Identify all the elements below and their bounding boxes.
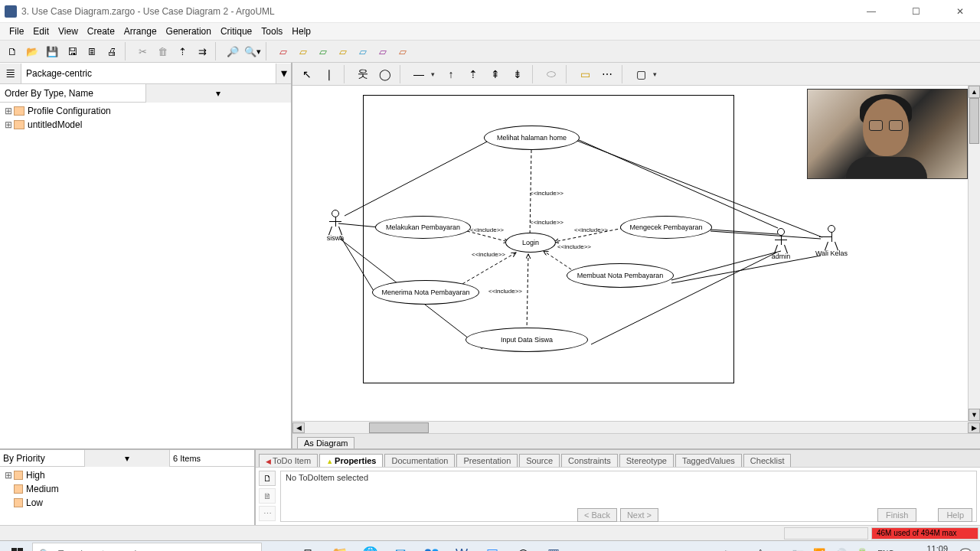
open-icon[interactable]: 📂: [23, 42, 41, 60]
priority-combo[interactable]: By Priority ▾ 6 Items: [0, 450, 254, 467]
meet-now-icon[interactable]: 📷: [789, 548, 806, 551]
tab-source[interactable]: Source: [519, 454, 560, 467]
volume-icon[interactable]: 🔊: [832, 548, 849, 551]
find-icon[interactable]: 🔎: [224, 42, 242, 60]
canvas[interactable]: siswa admin Wali Kelas Melihat halaman h…: [292, 86, 980, 421]
diagram2-icon[interactable]: ▱: [294, 42, 312, 60]
wifi-icon[interactable]: 📶: [811, 548, 828, 551]
comment-tool-icon[interactable]: ⋯: [597, 65, 617, 83]
dropdown-icon[interactable]: ▾: [84, 450, 169, 467]
wizard-new-icon[interactable]: 🗋: [259, 471, 276, 486]
actor-siswa[interactable]: siswa: [325, 210, 346, 242]
todo-high[interactable]: ⊞High: [3, 468, 251, 482]
perspective-dropdown-icon[interactable]: ▾: [276, 64, 291, 83]
close-button[interactable]: ✕: [945, 6, 975, 17]
expand-icon[interactable]: ⊞: [3, 106, 14, 116]
tab-checklist[interactable]: Checklist: [743, 454, 792, 467]
search-box[interactable]: 🔍 Type here to search: [32, 543, 262, 552]
save-icon[interactable]: 💾: [43, 42, 61, 60]
include-tool-icon[interactable]: ⇟: [508, 65, 528, 83]
menu-critique[interactable]: Critique: [216, 24, 256, 38]
tab-properties[interactable]: ▲Properties: [319, 454, 383, 467]
vertical-scrollbar[interactable]: ▲ ▼: [968, 86, 980, 421]
tree-node-profile[interactable]: ⊞ Profile Configuration: [3, 104, 288, 118]
broom-icon[interactable]: ❘: [319, 65, 339, 83]
assoc-tool-icon[interactable]: —: [409, 65, 429, 83]
zoom-task-icon[interactable]: ▣: [478, 543, 507, 552]
tab-documentation[interactable]: Documentation: [384, 454, 455, 467]
diagram1-icon[interactable]: ▱: [274, 42, 292, 60]
cut-icon[interactable]: ✂: [133, 42, 152, 60]
menu-generation[interactable]: Generation: [162, 24, 216, 38]
diagram4-icon[interactable]: ▱: [334, 42, 352, 60]
menu-help[interactable]: Help: [287, 24, 315, 38]
tree-node-model[interactable]: ⊞ untitledModel: [3, 118, 288, 132]
explorer-icon[interactable]: 📁: [325, 543, 354, 552]
usecase-cek[interactable]: Mengecek Pembayaran: [620, 216, 712, 239]
actor-tool-icon[interactable]: 웃: [353, 65, 373, 83]
usecase-nota[interactable]: Membuat Nota Pembayaran: [567, 263, 674, 288]
order-dropdown-icon[interactable]: ▾: [145, 84, 292, 103]
gen-tool-icon[interactable]: ⇡: [463, 65, 483, 83]
tab-as-diagram[interactable]: As Diagram: [297, 437, 354, 448]
usecase-login[interactable]: Login: [505, 233, 556, 253]
tab-todoitem[interactable]: ◀ToDo Item: [259, 454, 318, 467]
tab-stereotype[interactable]: Stereotype: [619, 454, 674, 467]
usecase-bayar[interactable]: Melakukan Pembayaran: [375, 216, 471, 239]
print-icon[interactable]: 🖨: [103, 42, 121, 60]
menu-file[interactable]: File: [5, 24, 28, 38]
chrome-icon[interactable]: ◉: [508, 543, 537, 552]
extend-tool-icon[interactable]: ⇞: [485, 65, 505, 83]
battery-icon[interactable]: 🔋: [854, 548, 871, 551]
usecase-tool-icon[interactable]: ◯: [375, 65, 395, 83]
cortana-icon[interactable]: ○: [263, 543, 292, 552]
finish-button[interactable]: Finish: [877, 508, 916, 522]
mail-icon[interactable]: ✉: [386, 543, 415, 552]
order-combo[interactable]: Order By Type, Name ▾: [0, 84, 291, 103]
project-icon[interactable]: 🗏: [83, 42, 101, 60]
word-icon[interactable]: W: [447, 543, 476, 552]
tab-tagged[interactable]: TaggedValues: [675, 454, 742, 467]
menu-view[interactable]: View: [54, 24, 83, 38]
taskview-icon[interactable]: ⧉: [294, 543, 323, 552]
usecase-terima[interactable]: Menerima Nota Pembayaran: [372, 280, 479, 305]
edge-icon[interactable]: 🌐: [355, 543, 384, 552]
menu-edit[interactable]: Edit: [28, 24, 54, 38]
zoom-icon[interactable]: 🔍▾: [243, 42, 262, 60]
onedrive-icon[interactable]: ☁: [770, 548, 785, 551]
notifications-icon[interactable]: 💬: [957, 548, 974, 551]
tab-constraints[interactable]: Constraints: [561, 454, 618, 467]
expand-icon[interactable]: ⊞: [3, 119, 14, 130]
menu-create[interactable]: Create: [83, 24, 119, 38]
wizard-help-icon[interactable]: 🗎: [259, 488, 276, 504]
todo-medium[interactable]: Medium: [3, 482, 251, 496]
clock[interactable]: 11:09 09/12/2021: [901, 544, 952, 551]
teams-icon[interactable]: 👥: [416, 543, 446, 552]
saveas-icon[interactable]: 🖫: [63, 42, 81, 60]
argouml-task-icon[interactable]: ▦: [539, 543, 568, 552]
tab-presentation[interactable]: Presentation: [456, 454, 518, 467]
menu-tools[interactable]: Tools: [256, 24, 287, 38]
diagram6-icon[interactable]: ▱: [374, 42, 392, 60]
annotation-tool-icon[interactable]: ▭: [575, 65, 595, 83]
horizontal-scrollbar[interactable]: ◀ ▶: [292, 421, 980, 433]
diagram5-icon[interactable]: ▱: [354, 42, 372, 60]
actor-admin[interactable]: admin: [770, 228, 792, 260]
maximize-button[interactable]: ☐: [900, 6, 931, 17]
diagram7-icon[interactable]: ▱: [394, 42, 412, 60]
dep-tool-icon[interactable]: ↑: [441, 65, 461, 83]
perspective-combo[interactable]: ≣ ▾: [0, 63, 291, 84]
diagram3-icon[interactable]: ▱: [314, 42, 332, 60]
menu-arrange[interactable]: Arrange: [119, 24, 162, 38]
start-button[interactable]: [3, 543, 31, 552]
delete-icon[interactable]: 🗑: [153, 42, 172, 60]
chevron-up-icon[interactable]: ˄: [756, 548, 766, 551]
next-button[interactable]: Next >: [620, 508, 658, 522]
nav-up-icon[interactable]: ⇡: [173, 42, 191, 60]
usecase-home[interactable]: Melihat halaman home: [484, 126, 580, 150]
wizard-more-icon[interactable]: ⋯: [259, 506, 276, 521]
help-button[interactable]: Help: [938, 508, 972, 522]
usecase-input[interactable]: Input Data Siswa: [466, 328, 588, 352]
new-icon[interactable]: 🗋: [3, 42, 21, 60]
actor-wali[interactable]: Wali Kelas: [815, 225, 848, 257]
